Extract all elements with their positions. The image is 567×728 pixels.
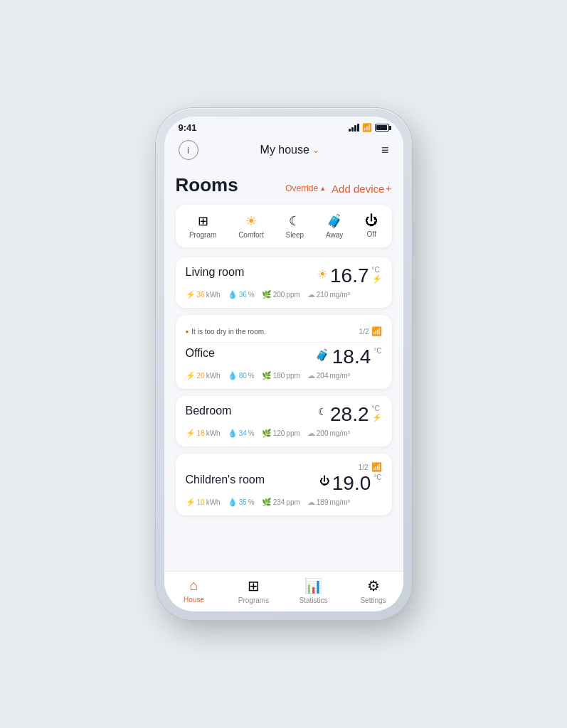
humidity-icon: 💧: [228, 371, 238, 380]
add-icon: +: [386, 183, 391, 194]
room-card-living-room[interactable]: Living room ☀ 16.7 °C ⚡ ⚡ 36 kWh: [176, 257, 392, 308]
co2-value: 180: [273, 372, 285, 380]
mode-sleep-icon: ☾: [318, 406, 327, 417]
house-name: My house: [260, 144, 309, 156]
temp-suffix: °C ⚡: [372, 266, 382, 284]
energy-icon: ⚡: [186, 498, 196, 507]
programs-icon: ⊞: [248, 577, 260, 594]
room-name: Children's room: [186, 473, 265, 486]
main-content: Rooms Override ▲ Add device + ⊞ Program: [164, 167, 403, 571]
mode-off-icon: ⏻: [319, 475, 329, 486]
off-label: Off: [367, 230, 376, 238]
humidity-unit: %: [248, 429, 255, 437]
co2-unit: ppm: [286, 498, 300, 506]
co2-value: 120: [273, 429, 285, 437]
humidity-value: 36: [239, 291, 247, 299]
comfort-label: Comfort: [238, 231, 264, 239]
co2-icon: 🌿: [262, 290, 272, 299]
energy-value: 20: [197, 372, 205, 380]
pm-unit: mg/m³: [329, 372, 349, 380]
mode-sleep[interactable]: ☾ Sleep: [280, 210, 310, 242]
program-icon: ⊞: [198, 213, 208, 229]
co2-icon: 🌿: [262, 498, 272, 507]
pm-icon: ☁: [307, 429, 315, 438]
pm-value: 210: [317, 291, 329, 299]
room-name: Living room: [186, 266, 245, 279]
tab-statistics-label: Statistics: [299, 596, 327, 604]
tab-house[interactable]: ⌂ House: [164, 577, 224, 604]
mode-comfort[interactable]: ☀ Comfort: [233, 210, 270, 242]
tab-settings[interactable]: ⚙ Settings: [344, 577, 403, 604]
badge-value: 1/2: [359, 328, 369, 336]
room-name: Office: [186, 347, 216, 360]
room-name: Bedroom: [186, 405, 232, 417]
stat-pm: ☁ 210 mg/m³: [307, 290, 350, 299]
power-button[interactable]: [412, 222, 415, 257]
stat-energy: ⚡ 10 kWh: [186, 498, 221, 507]
room-temperature: 28.2: [330, 405, 369, 424]
pm-value: 204: [317, 372, 329, 380]
room-temp-area: ⏻ 19.0 °C: [319, 473, 382, 493]
humidity-unit: %: [248, 372, 255, 380]
phone-screen: 9:41 📶 i My house ⌄ ≡: [164, 117, 403, 611]
co2-unit: ppm: [286, 291, 300, 299]
stat-pm: ☁ 189 mg/m³: [307, 498, 350, 507]
alert-dot-icon: ●: [186, 328, 189, 335]
device-badge: 1/2 📶: [359, 326, 382, 336]
statistics-icon: 📊: [304, 577, 322, 594]
tab-statistics[interactable]: 📊 Statistics: [284, 577, 344, 604]
temp-suffix: °C: [373, 347, 381, 355]
menu-button[interactable]: ≡: [381, 144, 389, 156]
off-icon: ⏻: [365, 213, 378, 228]
mode-off[interactable]: ⏻ Off: [359, 210, 383, 242]
room-card-top: Living room ☀ 16.7 °C ⚡: [186, 266, 382, 286]
stat-co2: 🌿 234 ppm: [262, 498, 300, 507]
mode-program[interactable]: ⊞ Program: [184, 210, 222, 242]
room-card-bedroom[interactable]: Bedroom ☾ 28.2 °C ⚡ ⚡ 18 kWh: [176, 396, 392, 446]
tab-programs-label: Programs: [238, 596, 269, 604]
tab-house-label: House: [184, 596, 204, 604]
humidity-value: 34: [239, 429, 247, 437]
room-temperature: 18.4: [332, 347, 371, 367]
sleep-icon: ☾: [289, 213, 300, 229]
stat-humidity: 💧 36 %: [228, 290, 255, 299]
add-device-button[interactable]: Add device +: [332, 183, 391, 195]
alert-message: ● It is too dry in the room.: [186, 328, 266, 336]
override-button[interactable]: Override ▲: [285, 183, 326, 193]
energy-unit: kWh: [206, 429, 221, 437]
room-alert: ● It is too dry in the room. 1/2 📶: [186, 323, 382, 343]
wifi-icon: 📶: [362, 123, 372, 132]
top-nav: i My house ⌄ ≡: [164, 136, 403, 167]
room-temp-area: 🧳 18.4 °C: [315, 347, 382, 367]
tab-settings-label: Settings: [360, 596, 386, 604]
energy-icon: ⚡: [186, 371, 196, 380]
room-card-office[interactable]: ● It is too dry in the room. 1/2 📶 Offic…: [176, 315, 392, 389]
tab-programs[interactable]: ⊞ Programs: [224, 577, 284, 604]
wifi-signal-icon: 📶: [371, 326, 382, 336]
rooms-actions: Override ▲ Add device +: [285, 183, 391, 195]
house-title-button[interactable]: My house ⌄: [260, 144, 319, 156]
pm-value: 200: [317, 429, 329, 437]
stat-energy: ⚡ 18 kWh: [186, 429, 221, 438]
override-label: Override: [285, 183, 318, 193]
humidity-icon: 💧: [228, 290, 238, 299]
status-bar: 9:41 📶: [164, 117, 403, 136]
status-time: 9:41: [179, 122, 197, 133]
room-stats: ⚡ 10 kWh 💧 35 % 🌿 234 ppm: [186, 498, 382, 507]
pm-icon: ☁: [307, 290, 315, 299]
mode-away[interactable]: 🧳 Away: [320, 210, 349, 242]
battery-icon: [375, 124, 389, 132]
room-card-childrens-room[interactable]: 1/2 📶 Children's room ⏻ 19.0 °C ⚡: [176, 454, 392, 515]
settings-icon: ⚙: [367, 577, 380, 594]
away-icon: 🧳: [327, 213, 342, 229]
energy-value: 18: [197, 429, 205, 437]
room-temp-area: ☾ 28.2 °C ⚡: [318, 405, 382, 424]
pm-icon: ☁: [307, 498, 315, 507]
energy-unit: kWh: [206, 498, 221, 506]
room-temp-area: ☀ 16.7 °C ⚡: [317, 266, 382, 286]
info-button[interactable]: i: [179, 140, 198, 160]
pm-unit: mg/m³: [329, 429, 349, 437]
stat-co2: 🌿 120 ppm: [262, 429, 300, 438]
stat-humidity: 💧 34 %: [228, 429, 255, 438]
temp-suffix: °C ⚡: [372, 405, 382, 422]
